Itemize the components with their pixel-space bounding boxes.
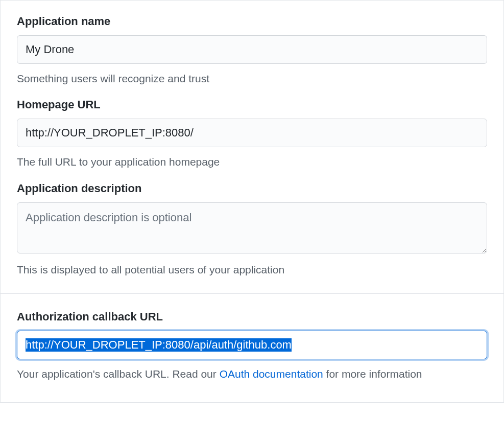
callback-url-label: Authorization callback URL [17,310,487,324]
form-group-homepage-url: Homepage URL The full URL to your applic… [17,98,487,169]
form-group-callback-url: Authorization callback URL http://YOUR_D… [17,310,487,381]
homepage-url-label: Homepage URL [17,98,487,111]
app-name-input[interactable] [17,35,487,64]
app-description-label: Application description [17,182,487,195]
oauth-app-form: Application name Something users will re… [0,0,504,403]
homepage-url-input[interactable] [17,119,487,147]
app-name-help: Something users will recognize and trust [17,71,487,86]
callback-url-input[interactable]: http://YOUR_DROPLET_IP:8080/api/auth/git… [17,331,487,359]
homepage-url-help: The full URL to your application homepag… [17,154,487,169]
form-group-app-description: Application description This is displaye… [17,182,487,277]
app-description-textarea[interactable] [17,202,487,253]
form-group-app-name: Application name Something users will re… [17,15,487,86]
callback-url-help: Your application's callback URL. Read ou… [17,366,487,381]
app-description-help: This is displayed to all potential users… [17,262,487,277]
callback-url-selected-text: http://YOUR_DROPLET_IP:8080/api/auth/git… [26,338,292,352]
callback-help-suffix: for more information [323,368,422,380]
app-name-label: Application name [17,15,487,28]
oauth-documentation-link[interactable]: OAuth documentation [220,368,323,380]
callback-help-prefix: Your application's callback URL. Read ou… [17,368,220,380]
form-section-callback: Authorization callback URL http://YOUR_D… [1,293,503,402]
form-section-main: Application name Something users will re… [1,1,503,281]
